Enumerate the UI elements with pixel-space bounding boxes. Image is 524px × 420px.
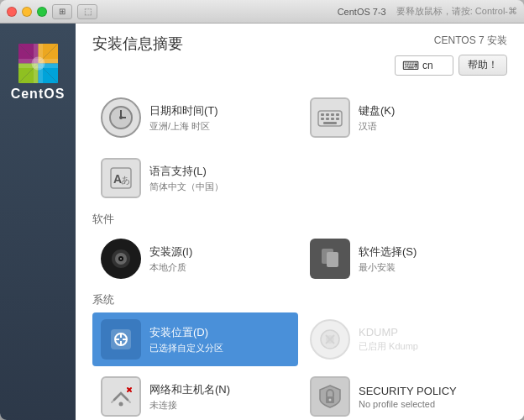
svg-point-32 [120, 258, 122, 260]
top-right-area: CENTOS 7 安装 ⌨ cn 帮助！ [395, 34, 507, 76]
keyboard-icon-box [310, 97, 350, 138]
svg-rect-24 [336, 118, 339, 120]
keyboard-svg [317, 104, 343, 131]
lang-value: cn [422, 60, 433, 71]
network-subtitle: 未连接 [149, 399, 230, 412]
datetime-icon [101, 97, 141, 138]
top-bar: 安装信息摘要 CENTOS 7 安装 ⌨ cn 帮助！ [76, 24, 524, 82]
source-text: 安装源(I) 本地介质 [149, 244, 192, 274]
page-title: 安装信息摘要 [92, 34, 183, 54]
svg-rect-22 [326, 118, 329, 120]
grid-icon-button[interactable]: ⊞ [52, 4, 72, 19]
lang-area: ⌨ cn 帮助！ [395, 55, 507, 76]
content-area: 安装信息摘要 CENTOS 7 安装 ⌨ cn 帮助！ [76, 24, 524, 420]
lang-input[interactable]: ⌨ cn [395, 55, 453, 76]
software-section-label: 软件 [92, 212, 507, 227]
source-item[interactable]: 安装源(I) 本地介质 [92, 232, 298, 286]
datetime-title: 日期和时间(T) [149, 103, 218, 118]
install-dest-text: 安装位置(D) 已选择自定义分区 [149, 325, 223, 354]
maximize-button[interactable] [37, 7, 47, 17]
titlebar-title: CentOS 7-3 [338, 7, 386, 17]
software-select-item[interactable]: 软件选择(S) 最小安装 [301, 232, 507, 286]
network-svg [107, 383, 134, 410]
kdump-icon-box [310, 319, 350, 360]
security-svg [318, 384, 342, 409]
sidebar-brand-label: CentOS [11, 87, 66, 102]
svg-rect-19 [331, 113, 334, 116]
security-title: SECURITY POLICY [359, 385, 457, 397]
main-content: CentOS 安装信息摘要 CENTOS 7 安装 ⌨ cn 帮助！ [0, 24, 524, 420]
lang-grid: A あ 语言支持(L) 简体中文（中国） [92, 151, 507, 205]
software-icon-box [310, 239, 350, 279]
network-icon-box [101, 376, 141, 417]
install-dest-subtitle: 已选择自定义分区 [149, 342, 223, 354]
svg-rect-21 [321, 118, 324, 120]
install-dest-svg [107, 326, 134, 353]
install-dest-icon-box [101, 319, 141, 360]
source-svg [108, 246, 134, 271]
sidebar: CentOS [0, 24, 76, 420]
svg-point-45 [119, 402, 123, 407]
keyboard-title: 键盘(K) [359, 103, 395, 118]
keyboard-item[interactable]: 键盘(K) 汉语 [301, 91, 507, 144]
language-subtitle: 简体中文（中国） [149, 181, 223, 193]
svg-text:あ: あ [121, 175, 130, 185]
keyboard-text: 键盘(K) 汉语 [359, 103, 395, 133]
system-grid: 安装位置(D) 已选择自定义分区 [92, 312, 507, 420]
localization-grid: 日期和时间(T) 亚洲/上海 时区 [92, 91, 507, 144]
install-dest-title: 安装位置(D) [149, 325, 223, 340]
titlebar-hint: 要释放鼠标，请按: Control-⌘ [396, 5, 517, 18]
clock-svg [107, 104, 134, 131]
language-icon-box: A あ [101, 158, 141, 198]
svg-rect-34 [327, 252, 338, 267]
source-subtitle: 本地介质 [149, 261, 192, 274]
scroll-content: 日期和时间(T) 亚洲/上海 时区 [76, 82, 524, 420]
security-subtitle: No profile selected [359, 399, 457, 409]
svg-rect-17 [321, 113, 324, 116]
kdump-svg [317, 327, 343, 352]
security-icon-box [310, 376, 350, 417]
minimize-button[interactable] [22, 7, 32, 17]
software-svg [317, 245, 343, 272]
datetime-item[interactable]: 日期和时间(T) 亚洲/上海 时区 [92, 91, 298, 144]
datetime-subtitle: 亚洲/上海 时区 [149, 120, 218, 133]
datetime-text: 日期和时间(T) 亚洲/上海 时区 [149, 103, 218, 133]
svg-rect-35 [111, 329, 131, 349]
svg-point-49 [329, 399, 332, 402]
main-window: ⊞ ⬚ CentOS 7-3 要释放鼠标，请按: Control-⌘ [0, 0, 524, 420]
keyboard-subtitle: 汉语 [359, 120, 395, 133]
network-text: 网络和主机名(N) 未连接 [149, 382, 230, 412]
kdump-subtitle: 已启用 Kdump [359, 340, 418, 353]
security-item[interactable]: SECURITY POLICY No profile selected [301, 370, 507, 420]
install-dest-item[interactable]: 安装位置(D) 已选择自定义分区 [92, 312, 298, 366]
svg-rect-18 [326, 113, 329, 116]
close-button[interactable] [7, 7, 17, 17]
titlebar: ⊞ ⬚ CentOS 7-3 要释放鼠标，请按: Control-⌘ [0, 0, 524, 24]
network-title: 网络和主机名(N) [149, 382, 230, 397]
kdump-title: KDUMP [359, 326, 418, 339]
svg-point-11 [31, 57, 45, 71]
screen-icon-button[interactable]: ⬚ [77, 4, 97, 19]
kdump-item[interactable]: KDUMP 已启用 Kdump [301, 312, 507, 366]
software-subtitle: 最小安装 [359, 261, 417, 274]
system-section-label: 系统 [92, 292, 507, 307]
software-text: 软件选择(S) 最小安装 [359, 244, 417, 274]
keyboard-icon: ⌨ [402, 59, 419, 72]
security-text: SECURITY POLICY No profile selected [359, 385, 457, 409]
help-button[interactable]: 帮助！ [458, 55, 507, 76]
svg-point-15 [119, 116, 123, 119]
software-grid: 安装源(I) 本地介质 软件选择(S) [92, 232, 507, 286]
svg-rect-20 [336, 113, 339, 116]
install-title: CENTOS 7 安装 [434, 34, 507, 48]
software-title: 软件选择(S) [359, 244, 417, 260]
svg-rect-25 [323, 122, 337, 124]
kdump-text: KDUMP 已启用 Kdump [359, 326, 418, 353]
source-title: 安装源(I) [149, 244, 192, 260]
lang-svg: A あ [107, 165, 134, 192]
source-icon-box [101, 239, 141, 279]
centos-logo [15, 40, 61, 87]
network-item[interactable]: 网络和主机名(N) 未连接 [92, 370, 298, 420]
language-item[interactable]: A あ 语言支持(L) 简体中文（中国） [92, 151, 298, 205]
language-title: 语言支持(L) [149, 164, 223, 179]
titlebar-info: CentOS 7-3 要释放鼠标，请按: Control-⌘ [338, 5, 517, 18]
